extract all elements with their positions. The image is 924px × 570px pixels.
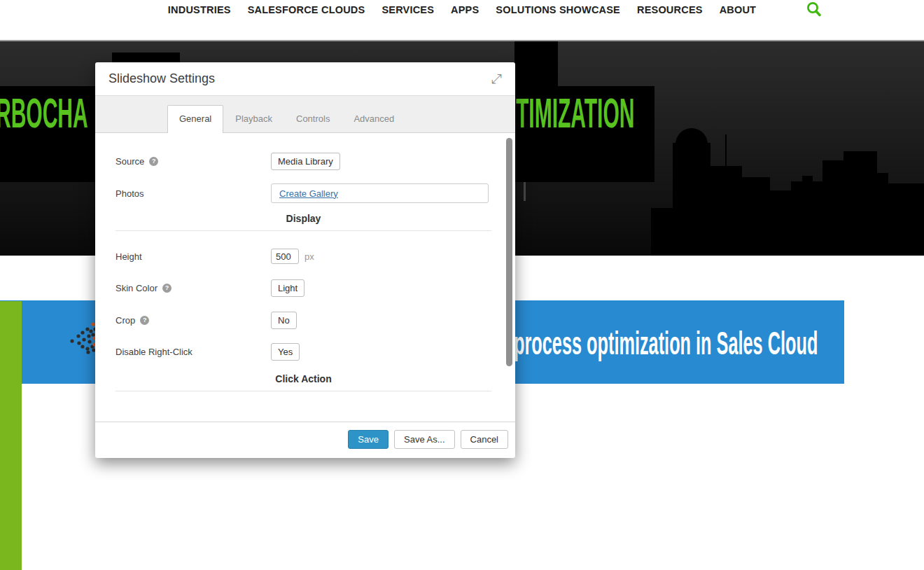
source-value-button[interactable]: Media Library xyxy=(271,153,340,170)
crop-label-group: Crop ? xyxy=(115,315,271,326)
tab-advanced[interactable]: Advanced xyxy=(342,105,406,132)
page: INDUSTRIES SALESFORCE CLOUDS SERVICES AP… xyxy=(0,0,924,570)
save-button[interactable]: Save xyxy=(348,430,388,449)
height-input[interactable] xyxy=(271,249,299,264)
display-section-heading: Display xyxy=(115,213,491,224)
click-action-section-rule xyxy=(115,391,491,391)
green-sidebar-stripe xyxy=(0,301,22,570)
height-row: Height px xyxy=(115,248,491,265)
skin-color-help-icon[interactable]: ? xyxy=(162,284,172,293)
main-nav: INDUSTRIES SALESFORCE CLOUDS SERVICES AP… xyxy=(0,0,924,15)
nav-item-resources[interactable]: RESOURCES xyxy=(637,4,703,15)
nav-item-about[interactable]: ABOUT xyxy=(720,4,757,15)
search-icon[interactable] xyxy=(806,1,822,17)
dialog-tabbar: General Playback Controls Advanced xyxy=(95,96,515,133)
source-label-group: Source ? xyxy=(115,156,271,167)
nav-item-services[interactable]: SERVICES xyxy=(382,4,434,15)
hero-headline-right-fragment: TIMIZATION xyxy=(516,93,634,134)
display-section-rule xyxy=(115,230,491,231)
photos-label: Photos xyxy=(115,188,144,199)
disable-right-click-value-button[interactable]: Yes xyxy=(271,343,300,361)
banner-text: process optimization in Sales Cloud xyxy=(514,327,818,359)
tab-controls[interactable]: Controls xyxy=(284,105,342,132)
cancel-button[interactable]: Cancel xyxy=(461,430,508,449)
height-label-group: Height xyxy=(115,251,271,262)
site-header: INDUSTRIES SALESFORCE CLOUDS SERVICES AP… xyxy=(0,0,924,40)
nav-item-apps[interactable]: APPS xyxy=(451,4,479,15)
dialog-footer: Save Save As... Cancel xyxy=(95,422,515,457)
crop-label: Crop xyxy=(115,315,135,326)
tab-playback[interactable]: Playback xyxy=(223,105,284,132)
expand-icon[interactable]: ⤢ xyxy=(491,72,502,85)
skin-color-label: Skin Color xyxy=(115,283,158,293)
dialog-header: Slideshow Settings ⤢ xyxy=(95,62,515,96)
source-help-icon[interactable]: ? xyxy=(149,157,158,166)
disable-right-click-label-group: Disable Right-Click xyxy=(115,347,271,357)
tab-general[interactable]: General xyxy=(167,105,223,133)
nav-item-salesforce-clouds[interactable]: SALESFORCE CLOUDS xyxy=(248,4,365,15)
crop-value-button[interactable]: No xyxy=(271,312,297,329)
photos-row: Photos Create Gallery xyxy=(115,183,491,203)
dots-logo xyxy=(69,322,98,356)
click-action-section-heading: Click Action xyxy=(115,373,491,384)
nav-item-solutions-showcase[interactable]: SOLUTIONS SHOWCASE xyxy=(496,4,620,15)
source-label: Source xyxy=(115,156,144,167)
height-label: Height xyxy=(115,251,142,262)
skin-color-label-group: Skin Color ? xyxy=(115,283,271,293)
photos-label-group: Photos xyxy=(115,188,271,199)
skin-color-value-button[interactable]: Light xyxy=(271,279,304,297)
disable-right-click-label: Disable Right-Click xyxy=(115,347,192,357)
crop-help-icon[interactable]: ? xyxy=(140,316,149,325)
slideshow-settings-dialog: Slideshow Settings ⤢ General Playback Co… xyxy=(95,62,515,458)
height-unit: px xyxy=(304,251,314,262)
nav-item-industries[interactable]: INDUSTRIES xyxy=(168,4,231,15)
create-gallery-link[interactable]: Create Gallery xyxy=(279,188,338,199)
dialog-scrollbar-thumb[interactable] xyxy=(506,138,512,366)
crop-row: Crop ? No xyxy=(115,312,491,329)
photos-box: Create Gallery xyxy=(271,183,489,203)
dialog-content: Source ? Media Library Photos Create Gal… xyxy=(95,133,515,422)
hero-headline-left-fragment: RBOCHA xyxy=(0,93,88,134)
skin-color-row: Skin Color ? Light xyxy=(115,279,491,297)
save-as-button[interactable]: Save As... xyxy=(394,430,455,449)
dialog-title: Slideshow Settings xyxy=(108,71,215,86)
source-row: Source ? Media Library xyxy=(115,153,491,170)
disable-right-click-row: Disable Right-Click Yes xyxy=(115,343,491,361)
